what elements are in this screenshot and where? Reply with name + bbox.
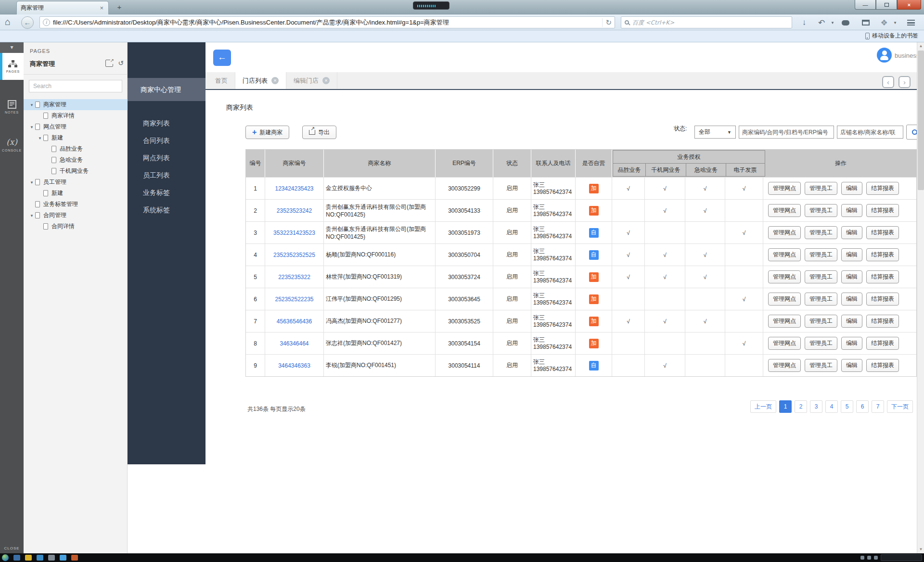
plugin-icon[interactable]: ❖ (878, 17, 890, 28)
tabs-scroll-left-button[interactable]: ‹ (882, 76, 894, 88)
tree-item[interactable]: ▾商家管理 (24, 99, 128, 110)
start-button[interactable] (2, 554, 9, 561)
settlement-report-button[interactable]: 结算报表 (866, 248, 899, 261)
tree-item[interactable]: 新建 (24, 188, 128, 199)
new-tab-button[interactable]: + (114, 3, 125, 12)
downloads-icon[interactable]: ↓ (798, 17, 810, 28)
url-input[interactable] (53, 19, 602, 26)
history-icon[interactable]: ↶ (815, 17, 828, 28)
merchant-code-filter-input[interactable] (739, 126, 834, 139)
merchant-code-link[interactable]: 3532231423523 (273, 230, 315, 236)
close-player-button[interactable]: CLOSE (0, 546, 24, 550)
sidenav-item[interactable]: 员工列表 (128, 166, 205, 184)
next-page-button[interactable]: 下一页 (887, 400, 913, 413)
chat-icon[interactable] (839, 17, 852, 28)
tab-close-icon[interactable]: × (322, 77, 330, 84)
manage-staff-button[interactable]: 管理员工 (805, 226, 837, 239)
edit-button[interactable]: 编辑 (841, 248, 862, 261)
page-number-button[interactable]: 6 (856, 400, 869, 413)
merchant-code-link[interactable]: 123424235423 (275, 185, 313, 192)
taskbar-app-icon[interactable] (71, 555, 78, 561)
edit-button[interactable]: 编辑 (841, 182, 862, 195)
new-merchant-button[interactable]: + 新建商家 (245, 126, 289, 139)
edit-button[interactable]: 编辑 (841, 226, 862, 239)
manage-staff-button[interactable]: 管理员工 (805, 359, 837, 372)
edit-button[interactable]: 编辑 (841, 293, 862, 306)
tree-item[interactable]: 商家详情 (24, 110, 128, 121)
settlement-report-button[interactable]: 结算报表 (866, 226, 899, 239)
manage-staff-button[interactable]: 管理员工 (805, 182, 837, 195)
manage-staff-button[interactable]: 管理员工 (805, 270, 837, 283)
tree-item[interactable]: ▾合同管理 (24, 210, 128, 221)
store-name-filter-input[interactable] (837, 126, 903, 139)
sidenav-item[interactable]: 系统标签 (128, 201, 205, 218)
sidenav-item[interactable]: 网点列表 (128, 149, 205, 166)
manage-outlets-button[interactable]: 管理网点 (768, 226, 801, 239)
merchant-code-link[interactable]: 3464346363 (278, 362, 310, 369)
sidenav-item[interactable]: 合同列表 (128, 132, 205, 149)
url-bar[interactable]: i ↻ (39, 16, 615, 28)
settlement-report-button[interactable]: 结算报表 (866, 337, 899, 350)
back-button[interactable]: ← (213, 50, 231, 66)
tree-item[interactable]: 千机网业务 (24, 166, 128, 177)
manage-staff-button[interactable]: 管理员工 (805, 315, 837, 328)
page-number-button[interactable]: 2 (795, 400, 807, 413)
settlement-report-button[interactable]: 结算报表 (866, 204, 899, 217)
tree-item[interactable]: 合同详情 (24, 221, 128, 232)
taskbar-app-icon[interactable] (25, 555, 32, 561)
vertical-scrollbar[interactable]: ▲ ▼ (917, 42, 924, 553)
settlement-report-button[interactable]: 结算报表 (866, 293, 899, 306)
tab-groups-icon[interactable] (860, 17, 872, 28)
taskbar-app-icon[interactable] (37, 555, 43, 561)
sidenav-item[interactable]: 业务标签 (128, 184, 205, 201)
edit-button[interactable]: 编辑 (841, 270, 862, 283)
open-page-icon[interactable] (105, 60, 113, 67)
restore-button[interactable] (876, 0, 897, 10)
tray-icon[interactable] (867, 556, 871, 560)
settlement-report-button[interactable]: 结算报表 (866, 270, 899, 283)
export-button[interactable]: 导出 (302, 126, 336, 139)
status-filter-select[interactable]: 全部 ▼ (694, 126, 736, 139)
manage-outlets-button[interactable]: 管理网点 (768, 293, 801, 306)
strip-item-notes[interactable]: NOTES (0, 93, 24, 120)
edit-button[interactable]: 编辑 (841, 337, 862, 350)
merchant-code-link[interactable]: 23523523242 (277, 207, 312, 214)
bookmarks-mobile-item[interactable]: 移动设备上的书签 (865, 32, 918, 40)
manage-outlets-button[interactable]: 管理网点 (768, 204, 801, 217)
manage-outlets-button[interactable]: 管理网点 (768, 337, 801, 350)
page-tab[interactable]: 首页 (208, 72, 235, 89)
flow-icon[interactable]: ↺ (117, 60, 125, 67)
reload-icon[interactable]: ↻ (602, 18, 612, 27)
tree-item[interactable]: 急啥业务 (24, 154, 128, 166)
taskbar-clock[interactable] (881, 554, 922, 561)
plugin-dropdown-icon[interactable]: ▼ (893, 21, 897, 25)
taskbar-app-icon[interactable] (13, 555, 20, 561)
strip-item-pages[interactable]: PAGES (0, 53, 24, 80)
home-icon[interactable]: ⌂ (5, 16, 11, 27)
merchant-code-link[interactable]: 2352352352525 (273, 252, 315, 258)
manage-outlets-button[interactable]: 管理网点 (768, 248, 801, 261)
manage-outlets-button[interactable]: 管理网点 (768, 359, 801, 372)
sidenav-item[interactable]: 商家列表 (128, 115, 205, 132)
scroll-up-icon[interactable]: ▲ (917, 42, 924, 50)
tree-expand-icon[interactable]: ▾ (28, 125, 35, 129)
page-number-button[interactable]: 1 (779, 400, 792, 413)
manage-outlets-button[interactable]: 管理网点 (768, 270, 801, 283)
strip-item-console[interactable]: (x) CONSOLE (0, 131, 24, 158)
manage-staff-button[interactable]: 管理员工 (805, 293, 837, 306)
page-number-button[interactable]: 7 (872, 400, 884, 413)
merchant-code-link[interactable]: 346346464 (280, 340, 308, 347)
tray-icon[interactable] (874, 556, 878, 560)
tree-expand-icon[interactable]: ▾ (28, 102, 35, 107)
tree-item[interactable]: ▾网点管理 (24, 121, 128, 132)
tab-close-icon[interactable]: × (271, 77, 279, 84)
taskbar-app-icon[interactable] (60, 555, 66, 561)
tabs-scroll-right-button[interactable]: › (898, 76, 911, 88)
page-number-button[interactable]: 3 (810, 400, 822, 413)
manage-staff-button[interactable]: 管理员工 (805, 337, 837, 350)
edit-button[interactable]: 编辑 (841, 359, 862, 372)
tree-expand-icon[interactable]: ▾ (37, 136, 43, 140)
page-number-button[interactable]: 4 (825, 400, 838, 413)
tree-expand-icon[interactable]: ▾ (28, 180, 35, 185)
vertical-scroll-thumb[interactable] (918, 51, 924, 190)
